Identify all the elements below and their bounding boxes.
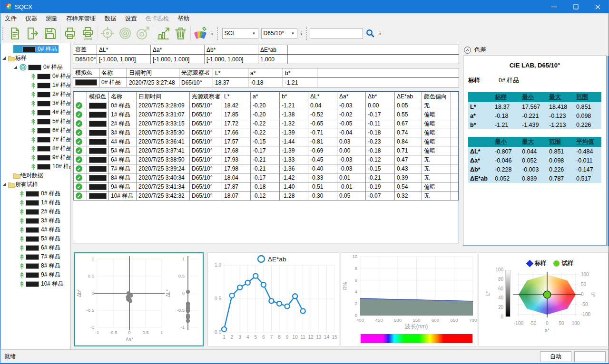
- table-row[interactable]: ✓5# 样品2020/7/25 3:37:41D65/10°17.68-0.17…: [74, 146, 459, 155]
- tree-item-0# 样品[interactable]: 0# 样品: [1, 63, 70, 72]
- table-cell: [-1.000, 1.000]: [97, 55, 151, 64]
- table-row[interactable]: ✓3# 样品2020/7/25 3:35:30D65/10°17.66-0.22…: [74, 128, 459, 137]
- tree-item-8# 样品[interactable]: 8# 样品: [1, 144, 70, 153]
- tree-item-7# 样品[interactable]: 7# 样品: [1, 252, 70, 261]
- table-row[interactable]: ✓4# 样品2020/7/25 3:36:41D65/10°17.57-0.15…: [74, 137, 459, 146]
- table-cell: 无: [422, 192, 451, 201]
- table-row[interactable]: D65/10°[-1.000, 1.000][-1.000, 1.000][-1…: [73, 55, 459, 64]
- tree-item-0# 样品[interactable]: 0# 样品: [1, 189, 70, 198]
- menu-item-仪器[interactable]: 仪器: [21, 14, 41, 24]
- status-bar: 就绪 自动: [0, 349, 609, 364]
- table-row[interactable]: ✓1# 样品2020/7/25 3:31:07D65/10°17.85-0.20…: [74, 110, 459, 119]
- tree-item-4# 样品[interactable]: 4# 样品: [1, 225, 70, 234]
- color-swatch: [37, 119, 50, 125]
- reflectance-chart-panel[interactable]: 0246810400450500550600650700波长(nm)R%: [341, 252, 477, 346]
- menu-item-文件[interactable]: 文件: [0, 14, 21, 24]
- table-cell: -0.51: [308, 182, 337, 192]
- tree-item-6# 样品[interactable]: 6# 样品: [1, 126, 70, 135]
- tree-item-2# 样品[interactable]: 2# 样品: [1, 90, 70, 99]
- app-window: SQCX 文件仪器测量存样库管理数据设置色卡匹检帮助 Word▾SCI▼D65/…: [0, 0, 609, 364]
- tree-item-9# 样品[interactable]: 9# 样品: [1, 153, 70, 162]
- tree-item-3# 样品[interactable]: 3# 样品: [1, 216, 70, 225]
- deltae-trend-chart-panel[interactable]: 1234567891011121314150.00.51.0ΔE*ab: [207, 252, 339, 346]
- tree-item-1# 样品[interactable]: 1# 样品: [1, 81, 70, 90]
- toolbar-new-document-icon[interactable]: [6, 25, 24, 42]
- window-title: SQCX: [15, 3, 32, 10]
- scatter-chart-panel[interactable]: -1-1-0.5-0.5000.50.511Δa*Δb*-1-0.500.51Δ…: [74, 252, 204, 346]
- toolbar-overflow-icon[interactable]: ▾: [301, 31, 303, 36]
- sci-combo[interactable]: SCI▼: [222, 28, 258, 39]
- table-cell: 0.03: [337, 137, 366, 146]
- illuminant-combo[interactable]: D65/10°▼: [261, 28, 297, 39]
- toolbar-print-word-icon[interactable]: Word: [79, 25, 97, 42]
- charts-row: -1-1-0.5-0.5000.50.511Δa*Δb*-1-0.500.51Δ…: [71, 248, 609, 349]
- tree-item-3# 样品[interactable]: 3# 样品: [1, 99, 70, 108]
- table-row[interactable]: ✓7# 样品2020/7/25 3:39:24D65/10°17.98-0.21…: [74, 164, 459, 173]
- toolbar-export-icon[interactable]: [24, 25, 41, 42]
- toolbar-delete-icon[interactable]: [172, 25, 189, 42]
- tree-item-4# 样品[interactable]: 4# 样品: [1, 108, 70, 117]
- tree-item-0# 样品[interactable]: 0# 样品: [1, 45, 70, 54]
- auto-button[interactable]: 自动: [540, 351, 571, 362]
- toolbar-print-icon[interactable]: [61, 25, 79, 42]
- minimize-button[interactable]: [543, 0, 565, 13]
- toolbar-grip[interactable]: [217, 27, 219, 40]
- table-row[interactable]: ✓2# 样品2020/7/25 3:33:15D65/10°17.72-0.22…: [74, 119, 459, 128]
- svg-text:10: 10: [352, 254, 357, 259]
- tree-item-10# 样品[interactable]: 10# 样品: [1, 162, 70, 171]
- expander-icon[interactable]: [2, 57, 6, 60]
- close-button[interactable]: [587, 0, 609, 13]
- table-cell: 0.098: [574, 111, 601, 120]
- table-cell: 1.000: [258, 55, 288, 64]
- menu-item-测量[interactable]: 测量: [41, 14, 62, 24]
- tree-item-7# 样品[interactable]: 7# 样品: [1, 135, 70, 144]
- toolbar-separator: [190, 26, 191, 40]
- table-row[interactable]: ✓10# 样品2020/7/25 3:42:32D65/10°18.07-0.1…: [74, 192, 459, 201]
- table-cell: 2020/7/25 3:37:41: [137, 146, 190, 155]
- toolbar-chart-icon[interactable]: [154, 25, 172, 42]
- toolbar-color-match-icon[interactable]: [192, 25, 209, 42]
- arrow-icon: [31, 118, 36, 125]
- expander-icon[interactable]: [14, 66, 17, 69]
- tree-item-2# 样品[interactable]: 2# 样品: [1, 207, 70, 216]
- tree-item-6# 样品[interactable]: 6# 样品: [1, 243, 70, 252]
- tree-item-8# 样品[interactable]: 8# 样品: [1, 261, 70, 270]
- toolbar-overflow-icon[interactable]: ▾: [211, 31, 213, 36]
- tree-item-标样[interactable]: 标样: [1, 54, 70, 63]
- lab-gamut-chart-panel[interactable]: 标样试样100806040200L*-100-50050100100500-50…: [479, 252, 609, 346]
- maximize-button[interactable]: [565, 0, 587, 13]
- table-row[interactable]: 0# 样品2020/7/25 3:27:48D65/10°18.37-0.18-…: [73, 78, 459, 87]
- table-cell: -0.221: [520, 111, 547, 120]
- menu-item-数据[interactable]: 数据: [100, 14, 121, 24]
- tree-item-0# 样品[interactable]: 0# 样品: [1, 72, 70, 81]
- tree-item-所有试样[interactable]: 所有试样: [1, 180, 70, 189]
- menu-item-存样库管理[interactable]: 存样库管理: [62, 14, 100, 24]
- tree-item-9# 样品[interactable]: 9# 样品: [1, 270, 70, 279]
- table-row[interactable]: ✓9# 样品2020/7/25 3:41:34D65/10°17.87-0.18…: [74, 182, 459, 192]
- svg-text:450: 450: [375, 317, 383, 323]
- table-cell: -0.20: [251, 110, 280, 119]
- toolbar-separator: [60, 26, 60, 40]
- tree-item-绝对数据[interactable]: 绝对数据: [1, 171, 70, 180]
- tree-item-10# 样品[interactable]: 10# 样品: [1, 279, 70, 288]
- table-row[interactable]: ✓0# 样品2020/7/25 3:28:09D65/10°18.42-0.20…: [74, 101, 459, 110]
- toolbar-grip[interactable]: [306, 27, 308, 40]
- search-input[interactable]: [310, 28, 363, 39]
- tree-item-5# 样品[interactable]: 5# 样品: [1, 234, 70, 243]
- toolbar-grip[interactable]: [2, 27, 5, 40]
- expander-icon[interactable]: [2, 183, 6, 186]
- table-cell: -0.046: [493, 156, 520, 165]
- svg-text:13: 13: [316, 335, 322, 340]
- menu-item-帮助[interactable]: 帮助: [174, 14, 194, 24]
- table-cell: 1# 样品: [109, 110, 137, 119]
- search-icon[interactable]: [366, 29, 374, 38]
- table-row[interactable]: ✓6# 样品2020/7/25 3:38:50D65/10°17.93-0.21…: [74, 155, 459, 164]
- toolbar-save-icon[interactable]: [41, 25, 59, 42]
- table-row[interactable]: ✓8# 样品2020/7/25 3:40:34D65/10°18.04-0.17…: [74, 173, 459, 182]
- tree-item-5# 样品[interactable]: 5# 样品: [1, 117, 70, 126]
- tree-item-1# 样品[interactable]: 1# 样品: [1, 198, 70, 207]
- collapse-chevron-icon[interactable]: [464, 47, 471, 54]
- table-cell: -0.11: [366, 119, 395, 128]
- toolbar-overflow-icon[interactable]: ▾: [379, 31, 381, 36]
- menu-item-设置[interactable]: 设置: [121, 14, 141, 24]
